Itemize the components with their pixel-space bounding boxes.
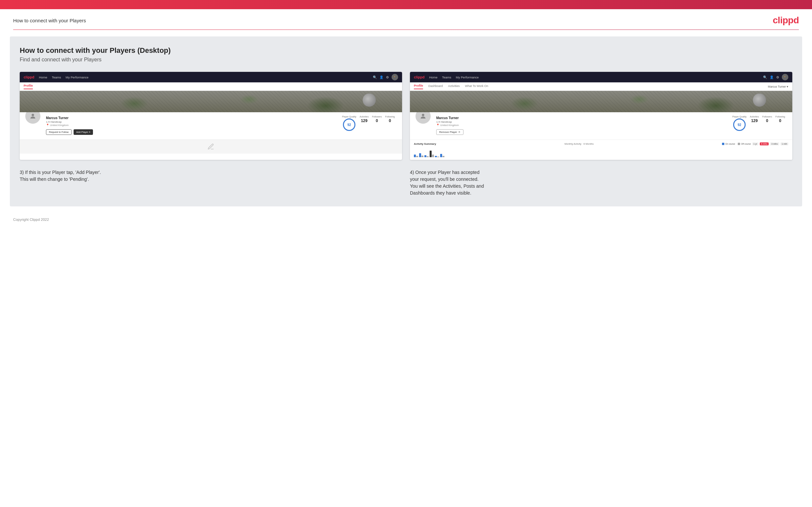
mini-nav-2: clippd Home Teams My Performance 🔍 👤 ⚙ 🏌 [410,72,792,82]
mini-logo-1: clippd [23,75,34,79]
bar-group-5 [435,156,439,157]
desc2-line3: You will see the Activities, Posts and [410,183,792,190]
activity-header: Activity Summary Monthly Activity · 6 Mo… [414,143,789,146]
tab-right-2[interactable]: Marcus Turner ▾ [768,85,789,88]
desc2-line1: 4) Once your Player has accepted [410,169,792,176]
plus-icon: + [89,130,90,133]
on-course-dot [722,143,724,145]
desc2-line4: Dashboards they have visible. [410,190,792,196]
mini-logo-2: clippd [414,75,424,79]
hero-overlay-1 [20,91,402,112]
quality-label-1: Player Quality [342,115,356,118]
nav-avatar-2[interactable]: 🏌 [782,74,789,80]
followers-value-1: 0 [372,118,382,123]
tab-what-to-2[interactable]: What To Work On [465,84,489,89]
filter-6mths[interactable]: 6 mths [760,143,769,146]
mini-nav-perf-2[interactable]: My Performance [456,75,479,79]
search-icon-1[interactable]: 🔍 [373,75,377,79]
tab-activities-2[interactable]: Activities [448,84,460,89]
bar-off-1 [416,156,418,157]
following-stat-2: Following 0 [775,115,785,123]
quality-wrap-2: Player Quality 92 [732,115,747,131]
section-subtitle: Find and connect with your Players [20,57,792,63]
hero-banner-1 [20,91,402,112]
desc2-line2: your request, you'll be connected. [410,176,792,183]
mini-nav-home-2[interactable]: Home [429,75,437,79]
activities-stat-1: Activities 129 [360,115,369,123]
activity-filters: On course Off course 1 yr 6 mths 3 mths … [722,143,789,146]
user-icon-2[interactable]: 👤 [770,75,773,79]
bar-group-3 [424,155,429,157]
player-location-1: 📍 United Kingdom [46,124,335,127]
tab-profile-2[interactable]: Profile [414,84,423,89]
quality-circle-2: 92 [733,118,746,131]
followers-stat-2: Followers 0 [762,115,772,123]
mini-nav-1: clippd Home Teams My Performance 🔍 👤 ⚙ 🏌 [20,72,402,82]
screenshot-2: clippd Home Teams My Performance 🔍 👤 ⚙ 🏌… [410,72,792,160]
bar-off-2 [421,156,423,157]
filter-1yr[interactable]: 1 yr [752,143,758,146]
svg-point-0 [32,114,34,116]
followers-value-2: 0 [762,118,772,123]
player-handicap-1: 1-5 Handicap [46,120,335,123]
activities-label-1: Activities [360,115,369,118]
stats-row-1: Player Quality 92 Activities 129 Followe… [339,115,398,131]
stats-row-2: Player Quality 92 Activities 129 Followe… [729,115,788,131]
player-handicap-2: 1-5 Handicap [436,120,725,123]
bar-off-4 [432,155,434,157]
bar-on-2 [419,153,421,157]
main-content: How to connect with your Players (Deskto… [10,37,802,207]
settings-icon-2[interactable]: ⚙ [776,75,779,79]
page-header: How to connect with your Players clippd [0,9,812,30]
footer: Copyright Clippd 2022 [0,213,812,226]
x-icon: ✕ [458,130,461,133]
screenshots-row: clippd Home Teams My Performance 🔍 👤 ⚙ 🏌… [20,72,792,160]
filter-3mths[interactable]: 3 mths [770,143,779,146]
following-label-2: Following [775,115,785,118]
chart-area [414,147,789,157]
mini-nav-icons-1: 🔍 👤 ⚙ 🏌 [373,74,398,80]
mini-nav-teams-2[interactable]: Teams [442,75,451,79]
activity-title: Activity Summary [414,143,436,146]
action-buttons-2: Remove Player ✕ [436,129,725,135]
mini-nav-teams-1[interactable]: Teams [52,75,61,79]
off-course-dot [738,143,740,145]
settings-icon-1[interactable]: ⚙ [386,75,389,79]
desc1-line1: 3) If this is your Player tap, 'Add Play… [20,169,402,176]
activity-summary: Activity Summary Monthly Activity · 6 Mo… [410,139,792,160]
quality-wrap-1: Player Quality 92 [342,115,356,131]
add-player-btn[interactable]: Add Player + [73,129,93,135]
mini-nav-perf-1[interactable]: My Performance [66,75,89,79]
followers-stat-1: Followers 0 [372,115,382,123]
hero-circle-2 [753,94,766,107]
quality-label-2: Player Quality [732,115,747,118]
filter-1mth[interactable]: 1 mth [780,143,789,146]
action-buttons-1: Request to Follow Add Player + [46,129,335,135]
description-2: 4) Once your Player has accepted your re… [410,169,792,196]
tab-profile-1[interactable]: Profile [23,84,33,89]
following-stat-1: Following 0 [385,115,395,123]
player-name-2: Marcus Turner [436,116,725,120]
quality-circle-1: 92 [343,118,355,131]
profile-section-1: Marcus Turner 1-5 Handicap 📍 United King… [20,112,402,139]
bar-off-3 [427,156,429,157]
search-icon-2[interactable]: 🔍 [763,75,767,79]
bar-on-3 [424,155,426,157]
remove-player-btn[interactable]: Remove Player ✕ [436,129,463,135]
nav-avatar-1[interactable]: 🏌 [392,74,398,80]
bar-on-6 [440,154,442,157]
bar-on-4 [429,151,432,157]
description-1: 3) If this is your Player tap, 'Add Play… [20,169,402,196]
legend-on-course: On course [722,143,735,145]
bar-on-5 [435,156,437,157]
mini-nav-icons-2: 🔍 👤 ⚙ 🏌 [763,74,789,80]
user-icon-1[interactable]: 👤 [379,75,383,79]
copyright: Copyright Clippd 2022 [13,218,49,222]
request-follow-btn[interactable]: Request to Follow [46,129,71,135]
edit-area-1 [20,139,402,154]
bar-off-6 [443,156,445,157]
tab-dashboard-2[interactable]: Dashboard [428,84,443,89]
legend-off-course: Off course [738,143,751,145]
mini-nav-home-1[interactable]: Home [39,75,47,79]
section-title: How to connect with your Players (Deskto… [20,46,792,55]
